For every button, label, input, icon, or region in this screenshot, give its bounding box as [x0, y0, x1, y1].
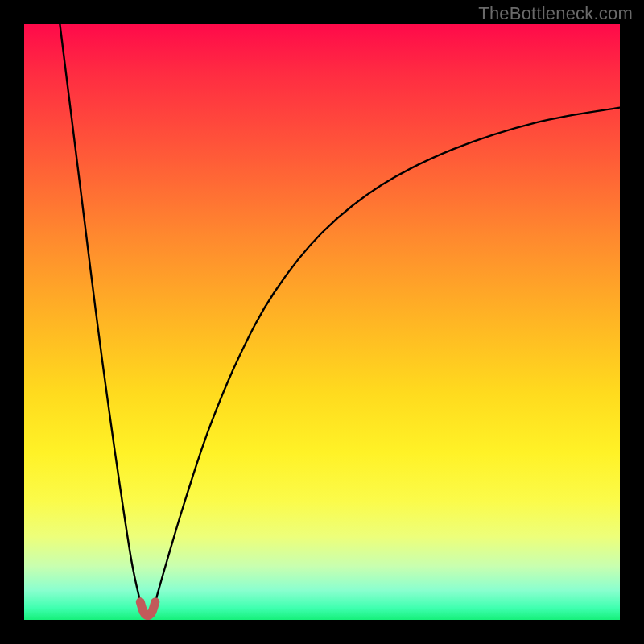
curve-layer — [24, 24, 620, 620]
watermark-text: TheBottleneck.com — [478, 3, 633, 24]
right-branch-curve — [155, 108, 620, 602]
chart-frame: TheBottleneck.com — [0, 0, 644, 644]
left-branch-curve — [60, 24, 140, 602]
plot-area — [24, 24, 620, 620]
minimum-marker — [140, 602, 155, 616]
